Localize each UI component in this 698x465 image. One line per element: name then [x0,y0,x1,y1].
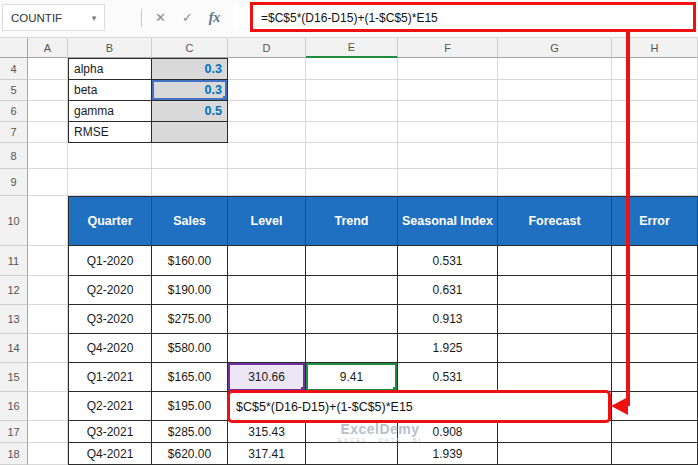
cell[interactable] [306,122,398,143]
cell-F18-seasonal[interactable]: 1.939 [398,443,498,465]
cell[interactable] [68,169,152,196]
cell[interactable] [498,421,612,443]
cell[interactable] [228,276,306,305]
cell-F11-seasonal[interactable]: 0.531 [398,246,498,276]
cell[interactable] [306,421,398,443]
cancel-icon[interactable]: ✕ [147,10,174,25]
col-header-A[interactable]: A [28,38,68,58]
cell[interactable] [152,169,228,196]
cell-B7-rmse[interactable]: RMSE [68,122,152,143]
cell-F17-seasonal[interactable]: 0.908 [398,421,498,443]
cell-F13-seasonal[interactable]: 0.913 [398,305,498,334]
cell-C5-beta-value[interactable]: 0.3 [152,80,228,101]
cell[interactable] [398,169,498,196]
cell[interactable] [28,276,68,305]
cell[interactable] [228,101,306,122]
cell[interactable] [612,305,698,334]
cell-C4-alpha-value[interactable]: 0.3 [152,58,228,80]
row-header-13[interactable]: 13 [0,305,28,334]
cell-F12-seasonal[interactable]: 0.631 [398,276,498,305]
cell-B12-quarter[interactable]: Q2-2020 [68,276,152,305]
cell[interactable] [306,443,398,465]
cell[interactable] [498,305,612,334]
insert-function-icon[interactable]: fx [201,10,228,26]
cell-B16-quarter[interactable]: Q2-2021 [68,392,152,421]
cell[interactable] [306,101,398,122]
row-header-18[interactable]: 18 [0,443,28,465]
cell[interactable] [612,246,698,276]
row-header-9[interactable]: 9 [0,169,28,196]
cell[interactable] [28,143,68,169]
cell-B13-quarter[interactable]: Q3-2020 [68,305,152,334]
cell[interactable] [498,143,612,169]
cell-D10-level-header[interactable]: Level [228,196,306,246]
cell[interactable] [28,101,68,122]
cell[interactable] [498,443,612,465]
cell[interactable] [28,392,68,421]
cell[interactable] [28,363,68,392]
cell[interactable] [228,143,306,169]
cell[interactable] [228,246,306,276]
cell[interactable] [306,58,398,80]
col-header-D[interactable]: D [228,38,306,58]
cell-B18-quarter[interactable]: Q4-2021 [68,443,152,465]
cell-C11-sales[interactable]: $160.00 [152,246,228,276]
cell[interactable] [398,143,498,169]
cell[interactable] [612,443,698,465]
cell-C6-gamma-value[interactable]: 0.5 [152,101,228,122]
row-header-4[interactable]: 4 [0,58,28,80]
row-header-11[interactable]: 11 [0,246,28,276]
col-header-H[interactable]: H [612,38,698,58]
cell-D18-level[interactable]: 317.41 [228,443,306,465]
col-header-C[interactable]: C [152,38,228,58]
cell[interactable] [498,101,612,122]
cell-editor-D16[interactable]: $C$5*(D16-D15)+(1-$C$5)*E15 [227,390,611,423]
cell[interactable] [498,80,612,101]
cell-C13-sales[interactable]: $275.00 [152,305,228,334]
col-header-G[interactable]: G [498,38,612,58]
enter-icon[interactable]: ✓ [174,10,201,25]
cell-B11-quarter[interactable]: Q1-2020 [68,246,152,276]
cell[interactable] [398,101,498,122]
cell[interactable] [306,334,398,363]
cell[interactable] [306,80,398,101]
row-header-12[interactable]: 12 [0,276,28,305]
cell[interactable] [306,246,398,276]
cell-C18-sales[interactable]: $620.00 [152,443,228,465]
cell[interactable] [28,169,68,196]
cell-B4-alpha[interactable]: alpha [68,58,152,80]
cell[interactable] [228,58,306,80]
cell[interactable] [612,363,698,392]
cell[interactable] [228,80,306,101]
cell-C14-sales[interactable]: $580.00 [152,334,228,363]
cell-C10-sales-header[interactable]: Sales [152,196,228,246]
row-header-5[interactable]: 5 [0,80,28,101]
cell-C12-sales[interactable]: $190.00 [152,276,228,305]
row-header-17[interactable]: 17 [0,421,28,443]
cell-F14-seasonal[interactable]: 1.925 [398,334,498,363]
cell-C16-sales[interactable]: $195.00 [152,392,228,421]
cell[interactable] [498,169,612,196]
cell-B6-gamma[interactable]: gamma [68,101,152,122]
col-header-E[interactable]: E [306,38,398,58]
name-box[interactable]: COUNTIF ▾ [2,4,105,31]
cell-E10-trend-header[interactable]: Trend [306,196,398,246]
cell[interactable] [498,246,612,276]
cell[interactable] [28,421,68,443]
cell[interactable] [68,143,152,169]
cell-B15-quarter[interactable]: Q1-2021 [68,363,152,392]
cell[interactable] [612,58,698,80]
cell[interactable] [306,305,398,334]
row-header-14[interactable]: 14 [0,334,28,363]
cell[interactable] [498,58,612,80]
cell-B17-quarter[interactable]: Q3-2021 [68,421,152,443]
cell[interactable] [306,276,398,305]
cell[interactable] [152,143,228,169]
cell[interactable] [228,169,306,196]
cell-F10-seasonal-header[interactable]: Seasonal Index [398,196,498,246]
col-header-B[interactable]: B [68,38,152,58]
cell[interactable] [398,80,498,101]
cell[interactable] [398,122,498,143]
cell[interactable] [28,196,68,246]
cell-B5-beta[interactable]: beta [68,80,152,101]
